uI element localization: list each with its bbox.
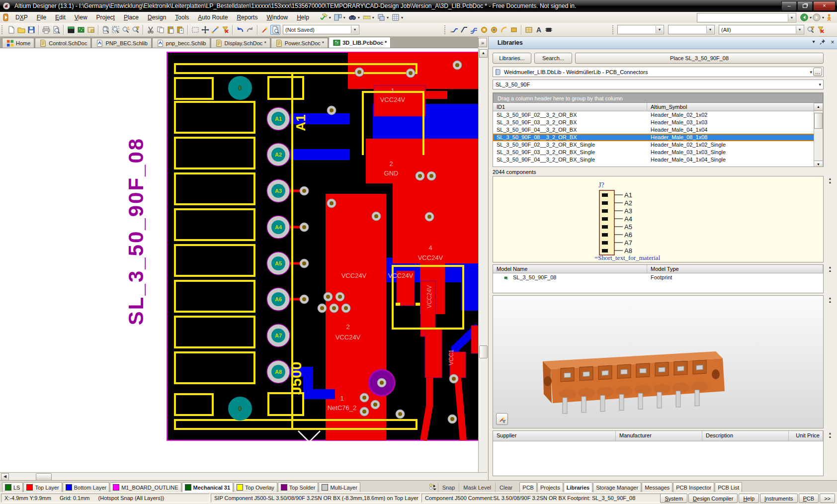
doc-tab-pnp_bec.schlib[interactable]: PNP_BEC.Schlib [91, 38, 151, 48]
status-button-pcb[interactable]: PCB [799, 494, 819, 503]
cut-icon[interactable] [146, 25, 155, 34]
helper-guide-icon[interactable] [825, 13, 834, 22]
collapse-section-icon[interactable]: ▲▲ [827, 177, 834, 184]
place-fill-icon[interactable] [509, 25, 518, 34]
forward-nav-icon[interactable] [812, 13, 821, 22]
print-preview-icon[interactable] [52, 25, 61, 34]
back-nav-icon[interactable] [800, 13, 809, 22]
home-icon[interactable] [6, 39, 14, 47]
table-row[interactable]: SL_3_50_90F_02__3_2_OR_BXHeader_Male_02_… [493, 111, 823, 119]
panel-tab-projects[interactable]: Projects [537, 482, 563, 492]
symbol-preview[interactable]: J? A1A2A3A4A5A6A7A8 =Short_text_for_mate… [493, 176, 824, 262]
collapse-section-icon[interactable]: ▲▲ [827, 431, 834, 438]
move-object-icon[interactable] [201, 25, 210, 34]
column-header-model-type[interactable]: Model Type [647, 265, 823, 273]
clear-filter-icon[interactable] [221, 25, 230, 34]
pcbdoc-icon[interactable] [333, 39, 340, 46]
schdoc-icon[interactable] [215, 39, 223, 47]
zoom-selected-icon[interactable] [121, 25, 130, 34]
menu-window[interactable]: Window [262, 12, 292, 22]
window-arrange-icon[interactable] [86, 25, 95, 34]
panel-tab-pcb-inspector[interactable]: PCB Inspector [673, 482, 714, 492]
copy-icon[interactable] [156, 25, 165, 34]
scroll-left-icon[interactable]: ◀ [1, 473, 9, 481]
chevron-down-icon[interactable]: ▾ [819, 82, 821, 87]
panel-tab-storage-manager[interactable]: Storage Manager [593, 482, 641, 492]
vault-icon[interactable] [67, 25, 76, 34]
save-icon[interactable] [27, 25, 36, 34]
table-scroll-thumb[interactable] [814, 113, 823, 129]
menu-design[interactable]: Design [143, 12, 170, 22]
supplier-table-header[interactable]: SupplierManufacturerDescriptionUnit Pric… [493, 431, 823, 441]
layer-tab-bottom-layer[interactable]: Bottom Layer [63, 482, 109, 492]
menu-project[interactable]: Project [92, 12, 119, 22]
interactive-route-icon[interactable] [450, 25, 459, 34]
status-button-design-compiler[interactable]: Design Compiler [688, 494, 738, 503]
browse-component-icon[interactable] [270, 25, 280, 35]
table-header[interactable]: ID1 Altium_Symbol [493, 103, 823, 111]
doc-tab-3d_lib.pcbdoc[interactable]: 3D_LIB.PcbDoc * [329, 37, 391, 48]
collapse-section-icon[interactable]: ▲▲ [827, 265, 834, 272]
filter-combobox-all[interactable]: (All) ▾ [719, 25, 804, 34]
filter-input[interactable]: SL_3_50_90F ▾ [493, 80, 824, 89]
mask-level-button[interactable]: Mask Level [459, 483, 495, 492]
column-header-symbol[interactable]: Altium_Symbol [647, 103, 823, 111]
paste-special-icon[interactable] [176, 25, 185, 34]
doc-tab-home[interactable]: Home [2, 38, 34, 48]
toolbar-grip[interactable] [612, 25, 615, 34]
horizontal-scroll-thumb[interactable] [36, 473, 52, 481]
redo-icon[interactable] [246, 25, 254, 34]
scroll-up-icon[interactable]: ▲ [479, 49, 488, 58]
toolbar-grip[interactable] [1, 25, 4, 34]
close-icon[interactable]: × [829, 39, 837, 47]
column-header-manufacturer[interactable]: Manufacturer [616, 431, 702, 441]
ruler-icon[interactable] [362, 13, 371, 22]
place-line-icon[interactable] [460, 25, 469, 34]
layer-tab-top-overlay[interactable]: Top Overlay [234, 482, 277, 492]
doc-tab-power.schdoc[interactable]: Power.SchDoc * [271, 38, 328, 48]
zoom-area-icon[interactable] [111, 25, 120, 34]
layer-tab-top-solder[interactable]: Top Solder [278, 482, 319, 492]
collapse-section-icon[interactable]: ▲▲ [827, 296, 834, 303]
table-row[interactable]: SL_3_50_90F_03__3_2_OR_BX_SingleHeader_M… [493, 149, 823, 156]
filter-combobox-2[interactable]: ▾ [668, 25, 715, 34]
menu-reports[interactable]: Reports [232, 12, 262, 22]
new-document-icon[interactable] [7, 25, 16, 34]
layer-tab-top-layer[interactable]: Top Layer [23, 482, 62, 492]
menu-view[interactable]: View [70, 12, 92, 22]
panel-tab-messages[interactable]: Messages [642, 482, 672, 492]
panel-menu-icon[interactable]: ▾ [810, 39, 818, 47]
minimize-button[interactable]: – [781, 1, 797, 11]
panel-tab-pcb[interactable]: PCB [519, 482, 537, 492]
open-folder-icon[interactable] [17, 25, 26, 34]
model-table-header[interactable]: Model Name Model Type [493, 265, 823, 273]
panel-collapse-button[interactable]: » [478, 38, 487, 47]
ruler-check-icon[interactable] [319, 13, 328, 22]
cascade-windows-icon[interactable] [377, 13, 386, 22]
doc-tab-pnp_becc.schlib[interactable]: pnp_becc.Schlib [152, 38, 210, 48]
place-pad-icon[interactable] [480, 25, 489, 34]
differential-pair-icon[interactable] [470, 25, 479, 34]
panel-tab-libraries[interactable]: Libraries [564, 482, 592, 492]
zoom-filter-icon[interactable] [131, 25, 140, 34]
place-button[interactable]: Place SL_3_50_90F_08 [575, 53, 824, 64]
clear-filter-icon[interactable] [816, 25, 825, 34]
layout-windows-icon[interactable] [334, 13, 342, 22]
magic-wand-icon[interactable] [260, 25, 269, 34]
restore-button[interactable] [797, 1, 813, 11]
status-button-instruments[interactable]: Instruments [760, 494, 797, 503]
reroute-icon[interactable] [211, 25, 220, 34]
column-header-id1[interactable]: ID1 [493, 103, 647, 111]
schdoc-icon[interactable] [39, 39, 47, 47]
table-row[interactable]: SL_3_50_90F_04__3_2_OR_BX_SingleHeader_M… [493, 156, 823, 164]
snap-button[interactable]: Snap [438, 483, 459, 492]
undo-icon[interactable] [236, 25, 245, 34]
place-component-icon[interactable] [544, 25, 553, 34]
chevron-down-icon[interactable]: ▾ [788, 14, 795, 21]
library-more-button[interactable]: … [813, 68, 822, 76]
variant-combobox[interactable]: (Not Saved) ▾ [283, 25, 359, 34]
quick-search-combobox[interactable]: ▾ [697, 13, 796, 22]
doc-tab-control.schdoc[interactable]: Control.SchDoc [35, 38, 91, 48]
layer-tab-ls[interactable]: LS [2, 482, 23, 492]
schlib-icon[interactable] [157, 39, 164, 47]
